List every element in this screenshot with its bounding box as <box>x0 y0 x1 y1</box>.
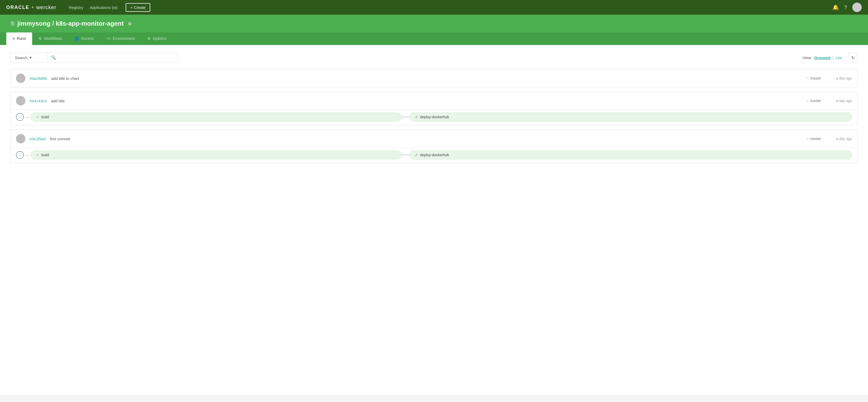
environment-icon: <> <box>106 36 111 40</box>
pipeline-dash: — <box>25 152 30 158</box>
project-header: ☰ jimmysong / k8s-app-monitor-agent ⚙ <box>0 14 868 32</box>
top-navigation: ORACLE + wercker Registry Applications (… <box>0 0 868 14</box>
tab-access[interactable]: 👤 Access <box>68 32 100 45</box>
trigger-icon: ⊙ <box>19 116 21 119</box>
trigger-icon: ⊙ <box>19 154 21 156</box>
search-input-wrap: 🔍 <box>47 52 178 63</box>
pipeline-row: ⊙ — ✓ build ✓ deploy-dockerhub <box>11 148 857 163</box>
nav-right: 🔔 ? <box>832 3 862 12</box>
runs-icon: ≡ <box>12 36 15 40</box>
project-separator: / <box>52 20 56 27</box>
tabs: ≡ Runs ⚙ Workflows 👤 Access <> Environme… <box>0 32 868 45</box>
run-card: #da26866 add title to chart ⑂ master a d… <box>10 69 858 87</box>
search-icon: 🔍 <box>51 55 56 60</box>
tab-access-label: Access <box>81 36 94 40</box>
build-label: build <box>41 115 49 119</box>
pipeline-deploy-step[interactable]: ✓ deploy-dockerhub <box>409 113 852 121</box>
deploy-label: deploy-dockerhub <box>420 115 449 119</box>
view-label: View: <box>803 56 812 60</box>
logo: ORACLE + wercker <box>6 4 56 10</box>
tab-workflows-label: Workflows <box>44 36 62 40</box>
notification-icon[interactable]: 🔔 <box>832 4 839 10</box>
project-settings-icon[interactable]: ⚙ <box>128 21 132 26</box>
nav-links: Registry Applications (w) <box>69 5 117 10</box>
create-button[interactable]: + Create <box>126 3 150 12</box>
oracle-logo: ORACLE <box>6 5 29 10</box>
wercker-logo: wercker <box>36 4 56 10</box>
avatar[interactable] <box>852 3 862 12</box>
view-separator: | <box>833 56 834 60</box>
registry-link[interactable]: Registry <box>69 5 83 10</box>
tab-runs-label: Runs <box>17 36 26 40</box>
project-icon: ☰ <box>10 21 15 26</box>
access-icon: 👤 <box>74 36 79 40</box>
pipeline-trigger: ⊙ <box>16 151 24 159</box>
run-hash[interactable]: #3c1f5a5 <box>30 136 46 141</box>
options-icon: ⚙ <box>147 36 151 40</box>
run-message: add title to chart <box>51 76 802 81</box>
run-card: #3c1f5a5 first commit ⑂ master a day ago… <box>10 129 858 163</box>
deploy-label: deploy-dockerhub <box>420 153 449 157</box>
pipeline-deploy-step[interactable]: ✓ deploy-dockerhub <box>409 151 852 159</box>
pipeline-connector <box>402 155 409 155</box>
tab-runs[interactable]: ≡ Runs <box>6 32 32 45</box>
project-owner: jimmysong <box>17 20 51 27</box>
run-branch: ⑂ master <box>806 76 822 80</box>
build-label: build <box>41 153 49 157</box>
help-icon[interactable]: ? <box>844 4 847 10</box>
view-grouped[interactable]: Grouped <box>814 56 831 60</box>
view-list[interactable]: List <box>836 56 842 60</box>
check-icon: ✓ <box>415 153 418 157</box>
branch-name: master <box>810 99 822 103</box>
run-avatar <box>16 73 25 83</box>
project-title: jimmysong / k8s-app-monitor-agent <box>17 20 124 27</box>
pipeline-connector <box>402 117 409 117</box>
run-message: add title <box>51 99 802 103</box>
run-branch: ⑂ master <box>806 99 822 103</box>
branch-icon: ⑂ <box>806 136 809 141</box>
logo-plus: + <box>31 5 34 10</box>
check-icon: ✓ <box>415 115 418 119</box>
pipeline-build-step[interactable]: ✓ build <box>31 113 402 121</box>
run-header: #3c1f5a5 first commit ⑂ master a day ago <box>11 130 857 148</box>
project-repo: k8s-app-monitor-agent <box>56 20 124 27</box>
search-chevron-icon: ▾ <box>30 55 32 60</box>
run-header: #da26866 add title to chart ⑂ master a d… <box>11 69 857 87</box>
pipeline-dash: — <box>25 114 30 120</box>
run-avatar <box>16 134 25 144</box>
branch-icon: ⑂ <box>806 76 809 80</box>
refresh-button[interactable]: ↻ <box>848 53 858 62</box>
run-card: #e4143c3 add title ⑂ master a day ago ⊙ … <box>10 92 858 125</box>
run-time: a day ago <box>836 136 852 141</box>
branch-name: master <box>810 76 822 80</box>
workflows-icon: ⚙ <box>38 36 42 40</box>
tab-environment-label: Environment <box>113 36 135 40</box>
run-avatar <box>16 96 25 105</box>
run-hash[interactable]: #e4143c3 <box>30 99 47 103</box>
tab-options[interactable]: ⚙ Options <box>141 32 173 45</box>
search-input[interactable] <box>58 56 174 60</box>
run-time: a day ago <box>836 76 852 80</box>
tab-environment[interactable]: <> Environment <box>100 32 141 45</box>
main-content: Search ▾ 🔍 View: Grouped | List ↻ #da268… <box>0 45 868 395</box>
view-toggle: View: Grouped | List ↻ <box>803 53 858 62</box>
pipeline-build-step[interactable]: ✓ build <box>31 151 402 159</box>
run-hash[interactable]: #da26866 <box>30 76 47 81</box>
search-bar: Search ▾ 🔍 View: Grouped | List ↻ <box>10 52 858 63</box>
search-dropdown[interactable]: Search ▾ <box>10 52 47 63</box>
run-header: #e4143c3 add title ⑂ master a day ago <box>11 92 857 110</box>
check-icon: ✓ <box>36 153 39 157</box>
run-branch: ⑂ master <box>806 136 822 141</box>
branch-icon: ⑂ <box>806 99 809 103</box>
pipeline-row: ⊙ — ✓ build ✓ deploy-dockerhub <box>11 110 857 125</box>
tab-workflows[interactable]: ⚙ Workflows <box>32 32 68 45</box>
applications-link[interactable]: Applications (w) <box>90 5 117 10</box>
check-icon: ✓ <box>36 115 39 119</box>
tab-options-label: Options <box>153 36 166 40</box>
branch-name: master <box>810 136 822 141</box>
run-message: first commit <box>50 136 802 141</box>
search-label: Search <box>15 56 28 60</box>
run-time: a day ago <box>836 99 852 103</box>
pipeline-trigger: ⊙ <box>16 113 24 121</box>
